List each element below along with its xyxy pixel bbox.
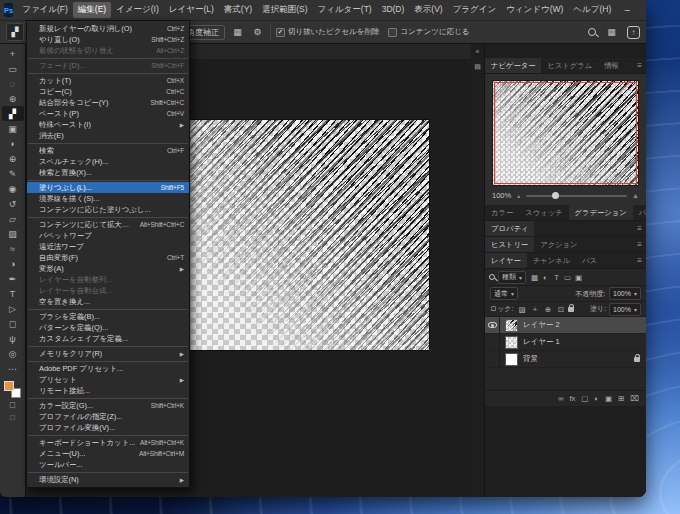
menubar-item[interactable]: イメージ(I) bbox=[111, 2, 164, 18]
canvas[interactable] bbox=[174, 120, 429, 350]
layer-effects-icon[interactable]: fx bbox=[569, 394, 575, 403]
panel-tab[interactable]: レイヤー bbox=[485, 253, 527, 268]
menu-item[interactable]: コピー(C)Ctrl+C bbox=[27, 86, 189, 97]
menubar-item[interactable]: ヘルプ(H) bbox=[568, 2, 616, 18]
minimize-button[interactable]: – bbox=[616, 1, 638, 19]
filter-type-select[interactable]: 種類 ▾ bbox=[498, 271, 526, 284]
docked-panel-icon[interactable]: ▤ bbox=[474, 63, 481, 71]
navigator-preview[interactable] bbox=[492, 80, 639, 186]
visibility-toggle[interactable] bbox=[485, 351, 500, 367]
search-icon[interactable] bbox=[588, 28, 596, 36]
layer-row[interactable]: レイヤー 2 bbox=[485, 317, 646, 334]
filter-pixel-layers-icon[interactable]: ▩ bbox=[529, 271, 540, 283]
pen-tool[interactable]: ✒ bbox=[2, 271, 24, 286]
zoom-out-icon[interactable]: ▲ bbox=[516, 193, 521, 199]
panel-tab[interactable]: チャンネル bbox=[527, 253, 576, 268]
layer-row[interactable]: レイヤー 1 bbox=[485, 334, 646, 351]
menu-item[interactable]: カラー設定(G)...Shift+Ctrl+K bbox=[27, 400, 189, 411]
blur-tool[interactable]: ≈ bbox=[2, 241, 24, 256]
menu-item[interactable]: 結合部分をコピー(Y)Shift+Ctrl+C bbox=[27, 97, 189, 108]
type-tool[interactable]: T bbox=[2, 286, 24, 301]
menubar-item[interactable]: 3D(D) bbox=[377, 2, 410, 18]
delete-layer-icon[interactable]: ⌧ bbox=[630, 394, 639, 403]
menu-item[interactable]: カスタムシェイプを定義... bbox=[27, 333, 189, 344]
panel-menu-icon[interactable]: ≡ bbox=[633, 224, 646, 233]
color-swatches[interactable] bbox=[4, 381, 21, 398]
crop-tool[interactable]: ▞ bbox=[2, 106, 24, 121]
panel-tab[interactable]: ヒストグラム bbox=[541, 58, 598, 73]
brush-tool[interactable]: ✎ bbox=[2, 166, 24, 181]
menu-item[interactable]: レイヤーを自動合成... bbox=[27, 285, 189, 296]
new-layer-icon[interactable]: ⊞ bbox=[618, 394, 624, 403]
menu-item[interactable]: 塗りつぶし(L)...Shift+F5 bbox=[27, 182, 189, 193]
spot-healing-brush-tool[interactable]: ⊕ bbox=[2, 151, 24, 166]
foreground-color-swatch[interactable] bbox=[4, 381, 14, 391]
opacity-select[interactable]: 100% ▾ bbox=[609, 287, 641, 300]
workspace-icon[interactable]: ▦ bbox=[604, 25, 619, 40]
menubar-item[interactable]: 書式(Y) bbox=[219, 2, 257, 18]
menu-item[interactable]: 空を置き換え... bbox=[27, 296, 189, 307]
visibility-toggle[interactable] bbox=[485, 334, 500, 350]
lock-transparent-pixels-icon[interactable]: ▨ bbox=[516, 303, 527, 315]
crop-settings-gear-icon[interactable]: ⚙ bbox=[250, 25, 265, 40]
link-layers-icon[interactable]: ∞ bbox=[558, 394, 563, 403]
panel-tab[interactable]: パターン bbox=[633, 205, 646, 220]
zoom-in-icon[interactable]: ▲ bbox=[632, 192, 639, 199]
menu-item[interactable]: リモート接続... bbox=[27, 385, 189, 396]
menubar-item[interactable]: プラグイン bbox=[448, 2, 502, 18]
panel-menu-icon[interactable]: ≡ bbox=[633, 61, 646, 70]
menu-item[interactable]: 検索と置換(X)... bbox=[27, 167, 189, 178]
edit-toolbar-tool[interactable]: ⋯ bbox=[2, 361, 24, 376]
menu-item[interactable]: ツールバー... bbox=[27, 459, 189, 470]
panel-menu-icon[interactable]: ≡ bbox=[633, 240, 646, 249]
quick-mask-button[interactable]: ◻ bbox=[2, 398, 24, 411]
menu-item[interactable]: コンテンツに応じて拡大・縮小Alt+Shift+Ctrl+C bbox=[27, 219, 189, 230]
frame-tool[interactable]: ▣ bbox=[2, 121, 24, 136]
menubar-item[interactable]: 編集(E) bbox=[73, 2, 111, 18]
panel-tab[interactable]: グラデーション bbox=[569, 205, 633, 220]
gradient-tool[interactable]: ▨ bbox=[2, 226, 24, 241]
panel-tab[interactable]: アクション bbox=[534, 237, 583, 252]
content-aware-checkbox[interactable] bbox=[388, 28, 397, 37]
menu-item[interactable]: 環境設定(N)▶ bbox=[27, 474, 189, 485]
menu-item[interactable]: キーボードショートカット...Alt+Shift+Ctrl+K bbox=[27, 437, 189, 448]
panel-tab[interactable]: プロパティ bbox=[485, 221, 534, 236]
menu-item[interactable]: ブラシを定義(B)... bbox=[27, 311, 189, 322]
lock-image-pixels-icon[interactable]: + bbox=[529, 303, 540, 315]
panel-tab[interactable]: パス bbox=[576, 253, 603, 268]
menu-item[interactable]: レイヤーを自動整列... bbox=[27, 274, 189, 285]
eraser-tool[interactable]: ▱ bbox=[2, 211, 24, 226]
hand-tool[interactable]: ψ bbox=[2, 331, 24, 346]
menu-item[interactable]: パターンを定義(Q)... bbox=[27, 322, 189, 333]
menu-item[interactable]: Adobe PDF プリセット... bbox=[27, 363, 189, 374]
crop-tool-icon[interactable]: ▞ bbox=[6, 23, 24, 41]
rectangular-marquee-tool[interactable]: ▭ bbox=[2, 61, 24, 76]
menubar-item[interactable]: フィルター(T) bbox=[313, 2, 377, 18]
layer-row[interactable]: 背景 bbox=[485, 351, 646, 368]
filter-smart-objects-icon[interactable]: ▣ bbox=[573, 271, 584, 283]
adjustment-layer-icon[interactable]: ◐ bbox=[594, 394, 599, 403]
menu-item[interactable]: 自由変形(F)Ctrl+T bbox=[27, 252, 189, 263]
menu-item[interactable]: 最後の状態を切り替えAlt+Ctrl+Z bbox=[27, 45, 189, 56]
navigator-zoom-slider[interactable] bbox=[526, 195, 627, 197]
clone-stamp-tool[interactable]: ◉ bbox=[2, 181, 24, 196]
menubar-item[interactable]: 表示(V) bbox=[409, 2, 447, 18]
menu-item[interactable]: やり直し(O)Shift+Ctrl+Z bbox=[27, 34, 189, 45]
lock-all-icon[interactable] bbox=[568, 307, 574, 312]
eyedropper-tool[interactable]: ◗ bbox=[2, 136, 24, 151]
menu-item[interactable]: ペースト(P)Ctrl+V bbox=[27, 108, 189, 119]
menu-item[interactable]: 遠近法ワープ bbox=[27, 241, 189, 252]
panel-tab[interactable]: ヒストリー bbox=[485, 237, 534, 252]
maximize-button[interactable]: □ bbox=[638, 1, 646, 19]
menu-item[interactable]: パペットワープ bbox=[27, 230, 189, 241]
blend-mode-select[interactable]: 通常 ▾ bbox=[490, 287, 518, 300]
history-brush-tool[interactable]: ↺ bbox=[2, 196, 24, 211]
filter-adjustment-layers-icon[interactable]: ◐ bbox=[540, 271, 551, 283]
menu-item[interactable]: メモリをクリア(R)▶ bbox=[27, 348, 189, 359]
path-selection-tool[interactable]: ▷ bbox=[2, 301, 24, 316]
new-group-icon[interactable]: ▣ bbox=[605, 394, 612, 403]
menubar-item[interactable]: レイヤー(L) bbox=[164, 2, 219, 18]
menu-item[interactable]: 変形(A)▶ bbox=[27, 263, 189, 274]
delete-cropped-pixels-checkbox[interactable] bbox=[276, 28, 285, 37]
menu-item[interactable]: 特殊ペースト(I)▶ bbox=[27, 119, 189, 130]
